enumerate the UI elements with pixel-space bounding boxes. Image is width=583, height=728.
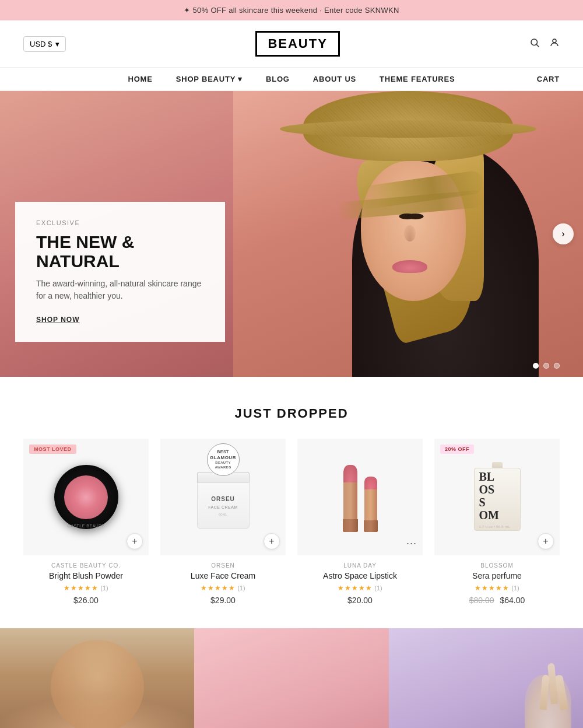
star-5: ★ [92,584,98,592]
nav-item-theme-features[interactable]: THEME FEATURES [380,75,455,83]
product-image-lipstick: ··· [297,439,423,555]
product-name-cream: Luxe Face Cream [160,571,286,580]
product-add-button-perfume[interactable]: + [538,533,554,550]
hero-card: EXCLUSIVE THE NEW & NATURAL The award-wi… [15,202,225,342]
header-left: USD $ ▾ [23,36,66,52]
compact-powder [64,475,108,519]
original-price-perfume: $80.00 [469,596,494,605]
navigation: HOME SHOP BEAUTY ▾ BLOG ABOUT US THEME F… [0,67,583,91]
hero-lips [392,260,427,273]
star-4: ★ [359,584,365,592]
lip-base-2 [364,520,378,532]
hero-image [233,91,583,377]
review-count-perfume: (1) [511,584,519,592]
product-add-button-blush[interactable]: + [127,533,143,550]
currency-selector[interactable]: USD $ ▾ [23,36,66,52]
product-name-perfume: Sera perfume [434,571,560,580]
product-more-button-lipstick[interactable]: ··· [406,537,417,550]
svg-point-0 [531,39,538,46]
star-4: ★ [85,584,91,592]
lip-base-1 [343,519,358,532]
lipstick-short [364,477,378,532]
announcement-text: 50% OFF all skincare this weekend · Ente… [193,6,399,15]
chevron-down-icon: ▾ [55,40,59,48]
currency-value: USD $ [30,40,52,48]
product-name-blush: Bright Blush Powder [23,571,149,580]
product-price-perfume: $80.00 $64.00 [434,596,560,605]
svg-line-1 [536,44,539,47]
product-price-blush: $26.00 [23,596,149,605]
product-brand-cream: ORSEN [160,562,286,569]
hero-dots [533,363,560,369]
hero-eye-right [408,214,424,219]
just-dropped-section: JUST DROPPED MOST LOVED CASTLE BEAUTY + … [0,377,583,628]
bottom-col-hand[interactable] [389,628,583,728]
nav-item-home[interactable]: HOME [128,75,153,83]
nav-item-about-us[interactable]: ABOUT US [313,75,356,83]
product-badge-most-loved: MOST LOVED [29,444,76,454]
compact-brand-text: CASTLE BEAUTY [68,524,105,528]
hero-next-button[interactable]: › [553,223,574,244]
announcement-bar: ✦ 50% OFF all skincare this weekend · En… [0,0,583,20]
hero-cta-button[interactable]: SHOP NOW [36,316,79,324]
lip-body-2 [364,489,377,520]
product-grid: MOST LOVED CASTLE BEAUTY + CASTLE BEAUTY… [23,439,560,605]
hero-hat-texture [315,97,501,149]
cream-product-label: FACE CREAM [208,505,238,509]
star-5: ★ [229,584,235,592]
perfume-volume: 1.7 fl.oz / 50.5 mL [479,525,510,528]
product-card-blush: MOST LOVED CASTLE BEAUTY + CASTLE BEAUTY… [23,439,149,605]
search-icon[interactable] [529,37,540,51]
product-add-button-cream[interactable]: + [264,533,280,550]
star-2: ★ [208,584,214,592]
product-name-lipstick: Astro Space Lipstick [297,571,423,580]
product-stars-blush: ★ ★ ★ ★ ★ (1) [23,584,149,592]
product-brand-lipstick: LUNA DAY [297,562,423,569]
product-card-cream: BEST GLAMOUR BEAUTY AWARDS ORSEU FACE CR… [160,439,286,605]
product-card-lipstick: ··· LUNA DAY Astro Space Lipstick ★ ★ ★ … [297,439,423,605]
product-image-blush: MOST LOVED CASTLE BEAUTY + [23,439,149,555]
bottom-col-pink[interactable] [194,628,388,728]
sale-price-perfume: $64.00 [500,596,525,605]
header: USD $ ▾ BEAUTY [0,20,583,67]
compact-outer [54,465,118,529]
nav-item-blog[interactable]: BLOG [266,75,290,83]
hero-title: THE NEW & NATURAL [36,232,204,271]
bottom-col-model[interactable] [0,628,194,728]
review-count-lipstick: (1) [374,584,382,592]
hero-dot-3[interactable] [554,363,560,369]
lipstick-tall [343,465,358,532]
glamour-subtext: BEAUTY AWARDS [208,461,239,470]
logo[interactable]: BEAUTY [255,31,339,57]
purple-bg [389,628,583,728]
star-5: ★ [366,584,372,592]
perfume-bottle-visual: BLOSSOM 1.7 fl.oz / 50.5 mL [474,462,521,532]
star-3: ★ [215,584,221,592]
lipstick-visual [343,462,378,532]
star-4: ★ [222,584,228,592]
star-4: ★ [496,584,502,592]
product-card-perfume: 20% OFF BLOSSOM 1.7 fl.oz / 50.5 mL + BL… [434,439,560,605]
perfume-brand-text: BLOSSOM [479,470,499,522]
nav-cart[interactable]: CART [537,75,560,83]
star-1: ★ [475,584,481,592]
star-3: ★ [78,584,84,592]
hero-exclusive-label: EXCLUSIVE [36,219,204,226]
hero-dot-1[interactable] [533,363,539,369]
review-count-cream: (1) [237,584,245,592]
nav-item-shop-beauty[interactable]: SHOP BEAUTY ▾ [176,75,243,83]
blush-compact-visual: CASTLE BEAUTY [54,465,118,529]
glamour-text: BEST [217,449,229,454]
chevron-down-icon: ▾ [238,75,243,83]
glamour-badge: BEST GLAMOUR BEAUTY AWARDS [207,443,240,476]
star-1: ★ [338,584,344,592]
hero-section: EXCLUSIVE THE NEW & NATURAL The award-wi… [0,91,583,377]
hero-dot-2[interactable] [543,363,549,369]
model-bg [0,628,194,728]
cream-body: ORSEU FACE CREAM 60ML [197,482,250,529]
account-icon[interactable] [549,37,560,51]
perfume-body: BLOSSOM 1.7 fl.oz / 50.5 mL [474,468,521,531]
star-1: ★ [201,584,207,592]
cream-volume: 60ML [219,513,227,516]
product-image-perfume: 20% OFF BLOSSOM 1.7 fl.oz / 50.5 mL + [434,439,560,555]
